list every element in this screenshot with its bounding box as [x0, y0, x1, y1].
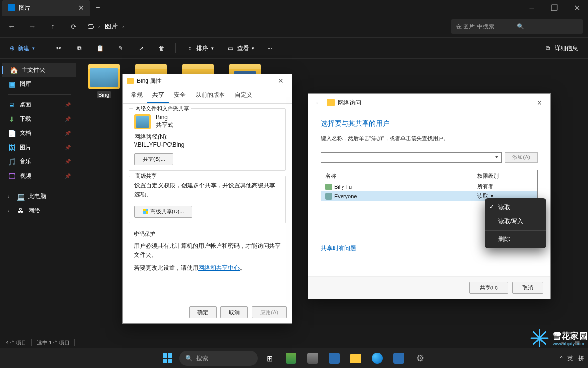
- group-title: 高级共享: [133, 172, 159, 180]
- sidebar-item-home[interactable]: 🏠 主文件夹: [2, 63, 76, 77]
- pin-icon: 📌: [65, 145, 71, 150]
- pw-line2: 若要更改此设置，请使用网络和共享中心。: [134, 264, 281, 272]
- tab-sharing[interactable]: 共享: [147, 88, 169, 103]
- sidebar-item-thispc[interactable]: › 💻 此电脑: [0, 189, 78, 204]
- more-button[interactable]: ⋯: [262, 40, 278, 56]
- view-button[interactable]: ▭ 查看 ▾: [221, 40, 259, 56]
- chevron-up-icon[interactable]: ^: [560, 355, 563, 362]
- sidebar-label: 桌面: [20, 101, 31, 109]
- dialog-tabs: 常规 共享 安全 以前的版本 自定义: [123, 88, 292, 104]
- sidebar-item-videos[interactable]: 🎞 视频 📌: [0, 169, 78, 183]
- separator: [31, 339, 32, 346]
- tab-security[interactable]: 安全: [169, 88, 191, 103]
- folder-icon: [127, 78, 134, 84]
- taskbar-settings[interactable]: ⚙: [411, 348, 430, 368]
- documents-icon: 📄: [8, 130, 16, 137]
- col-name[interactable]: 名称: [321, 170, 473, 182]
- cut-button[interactable]: ✂: [50, 40, 68, 56]
- properties-dialog: Bing 属性 ✕ 常规 共享 安全 以前的版本 自定义 网络文件和文件夹共享 …: [122, 74, 292, 324]
- table-row[interactable]: Billy Fu 所有者: [321, 182, 537, 191]
- menu-item-read[interactable]: 读取: [485, 200, 546, 214]
- tab-previous-versions[interactable]: 以前的版本: [191, 88, 230, 103]
- share-button[interactable]: 共享(H): [469, 282, 508, 294]
- details-pane-button[interactable]: ⧉ 详细信息: [539, 40, 583, 56]
- share-button[interactable]: ↗: [132, 40, 150, 56]
- sidebar-item-desktop[interactable]: 🖥 桌面 📌: [0, 98, 78, 112]
- breadcrumb-current[interactable]: 图片: [105, 22, 118, 31]
- breadcrumb[interactable]: 🖵 › 图片 ›: [87, 22, 444, 31]
- apply-button[interactable]: 应用(A): [252, 306, 287, 318]
- sidebar-item-downloads[interactable]: ⬇ 下载 📌: [0, 112, 78, 126]
- dialog-footer: 确定 取消 应用(A): [123, 301, 292, 323]
- sharing-help-link[interactable]: 共享时有问题: [321, 245, 356, 252]
- network-center-link[interactable]: 网络和共享中心: [198, 264, 240, 271]
- copy-button[interactable]: ⧉: [71, 40, 88, 56]
- advanced-share-button[interactable]: 高级共享(D)...: [134, 206, 192, 218]
- sort-button[interactable]: ↕ 排序 ▾: [181, 40, 219, 56]
- pin-icon: 📌: [65, 173, 71, 179]
- svg-rect-1: [168, 353, 172, 358]
- start-button[interactable]: [158, 348, 177, 368]
- minimize-button[interactable]: –: [520, 0, 543, 16]
- new-tab-button[interactable]: +: [90, 0, 106, 16]
- taskbar-explorer[interactable]: [346, 348, 366, 368]
- dialog-titlebar[interactable]: Bing 属性 ✕: [123, 74, 292, 88]
- rename-button[interactable]: ✎: [112, 40, 129, 56]
- sidebar-item-documents[interactable]: 📄 文档 📌: [0, 126, 78, 140]
- close-button[interactable]: ✕: [565, 0, 588, 16]
- maximize-button[interactable]: ❐: [543, 0, 565, 16]
- tab-pictures[interactable]: 图片 ✕: [2, 0, 90, 16]
- folder-label: Bing: [97, 91, 111, 98]
- taskbar-store[interactable]: [389, 348, 409, 368]
- taskbar-app[interactable]: [303, 348, 322, 368]
- ime-indicator[interactable]: 拼: [578, 354, 584, 363]
- menu-item-remove[interactable]: 删除: [485, 232, 546, 246]
- taskbar-tray: ^ 英 拼: [560, 354, 584, 363]
- close-button[interactable]: ✕: [274, 75, 288, 87]
- share-button[interactable]: 共享(S)...: [134, 153, 173, 165]
- separator: [175, 43, 176, 53]
- tab-customize[interactable]: 自定义: [230, 88, 257, 103]
- new-button[interactable]: ⊕ 新建 ▾: [5, 40, 40, 56]
- menu-item-readwrite[interactable]: 读取/写入: [485, 214, 546, 229]
- forward-button[interactable]: →: [25, 20, 39, 33]
- task-view-button[interactable]: ⊞: [260, 348, 279, 368]
- chevron-down-icon[interactable]: ▼: [490, 194, 494, 199]
- taskbar-app[interactable]: [281, 348, 301, 368]
- tab-close[interactable]: ✕: [78, 4, 84, 12]
- col-permission[interactable]: 权限级别: [473, 170, 537, 182]
- up-button[interactable]: ↑: [46, 20, 60, 33]
- sidebar-label: 图库: [20, 80, 31, 88]
- sidebar-item-pictures[interactable]: 🖼 图片 📌: [0, 140, 78, 155]
- search-icon: 🔍: [517, 23, 578, 30]
- search-input[interactable]: 在 图片 中搜索 🔍: [451, 19, 583, 34]
- tab-general[interactable]: 常规: [126, 88, 147, 103]
- paste-button[interactable]: 📋: [91, 40, 109, 56]
- back-button[interactable]: ←: [5, 20, 19, 33]
- sidebar-item-gallery[interactable]: ▣ 图库: [0, 77, 78, 91]
- taskbar-edge[interactable]: [368, 348, 387, 368]
- taskbar-search[interactable]: 🔍 搜索: [179, 351, 258, 366]
- home-icon: 🏠: [10, 66, 18, 74]
- taskbar-app[interactable]: [324, 348, 344, 368]
- search-icon: 🔍: [185, 355, 193, 362]
- delete-button[interactable]: 🗑: [153, 40, 171, 56]
- cancel-button[interactable]: 取消: [220, 306, 248, 318]
- cancel-button[interactable]: 取消: [512, 282, 543, 294]
- group-title: 密码保护: [134, 230, 281, 237]
- dialog-titlebar[interactable]: ← 网络访问 ✕: [308, 94, 550, 111]
- user-combobox[interactable]: [321, 152, 502, 163]
- ok-button[interactable]: 确定: [189, 306, 217, 318]
- back-button[interactable]: ←: [312, 97, 324, 108]
- titlebar: 图片 ✕ + – ❐ ✕: [0, 0, 588, 16]
- view-label: 查看: [237, 44, 249, 53]
- sidebar-item-music[interactable]: 🎵 音乐 📌: [0, 155, 78, 169]
- folder-item[interactable]: Bing: [86, 64, 122, 98]
- pin-icon: 📌: [65, 159, 71, 164]
- lang-indicator[interactable]: 英: [567, 354, 573, 363]
- sidebar-item-network[interactable]: › 🖧 网络: [0, 204, 78, 218]
- add-button[interactable]: 添加(A): [505, 152, 538, 163]
- refresh-button[interactable]: ⟳: [67, 20, 80, 33]
- music-icon: 🎵: [8, 158, 16, 166]
- close-button[interactable]: ✕: [533, 97, 546, 108]
